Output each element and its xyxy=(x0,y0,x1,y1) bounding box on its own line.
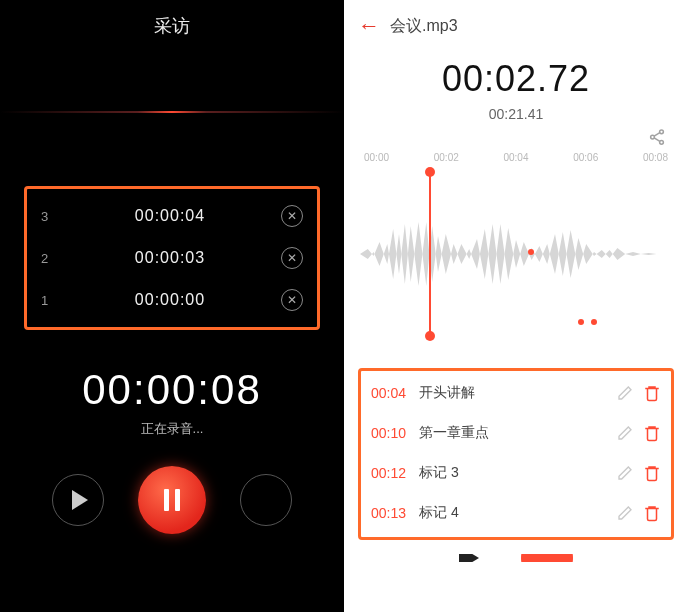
mark-row[interactable]: 1 00:00:00 ✕ xyxy=(27,279,317,321)
trash-icon[interactable] xyxy=(643,424,661,442)
segment-label: 标记 4 xyxy=(419,504,617,522)
mark-time: 00:00:00 xyxy=(59,291,281,309)
pencil-icon[interactable] xyxy=(617,425,633,441)
segment-row[interactable]: 00:13 标记 4 xyxy=(361,493,671,533)
trash-icon[interactable] xyxy=(643,384,661,402)
mark-row[interactable]: 3 00:00:04 ✕ xyxy=(27,195,317,237)
recording-waveform xyxy=(0,52,344,172)
tick-label: 00:04 xyxy=(503,152,528,163)
recorder-header: 采访 xyxy=(0,0,344,52)
pencil-icon[interactable] xyxy=(617,385,633,401)
playback-waveform[interactable]: 00:00 00:02 00:04 00:06 00:08 xyxy=(360,152,672,352)
tick-label: 00:08 xyxy=(643,152,668,163)
svg-point-0 xyxy=(660,130,664,134)
pause-icon xyxy=(164,489,180,511)
segment-label: 标记 3 xyxy=(419,464,617,482)
segment-row[interactable]: 00:10 第一章重点 xyxy=(361,413,671,453)
marks-list: 3 00:00:04 ✕ 2 00:00:03 ✕ 1 00:00:00 ✕ xyxy=(24,186,320,330)
segment-time: 00:13 xyxy=(371,505,419,521)
segment-row[interactable]: 00:04 开头讲解 xyxy=(361,373,671,413)
playhead[interactable] xyxy=(429,169,431,339)
share-icon[interactable] xyxy=(648,128,666,146)
recorder-screen: 采访 3 00:00:04 ✕ 2 00:00:03 ✕ 1 00:00:00 … xyxy=(0,0,344,612)
play-icon xyxy=(72,490,88,510)
svg-line-4 xyxy=(654,138,660,141)
mark-time: 00:00:04 xyxy=(59,207,281,225)
play-button[interactable] xyxy=(52,474,104,526)
pencil-icon[interactable] xyxy=(617,465,633,481)
segment-time: 00:10 xyxy=(371,425,419,441)
mark-row[interactable]: 2 00:00:03 ✕ xyxy=(27,237,317,279)
trash-icon[interactable] xyxy=(643,464,661,482)
marker-dot[interactable] xyxy=(591,319,597,325)
tick-label: 00:02 xyxy=(434,152,459,163)
mark-index: 1 xyxy=(41,293,59,308)
mark-index: 3 xyxy=(41,209,59,224)
segment-label: 开头讲解 xyxy=(419,384,617,402)
pencil-icon[interactable] xyxy=(617,505,633,521)
pause-record-button[interactable] xyxy=(138,466,206,534)
recording-timer: 00:00:08 xyxy=(0,366,344,414)
playback-screen: ← 会议.mp3 00:02.72 00:21.41 00:00 00:02 0… xyxy=(344,0,688,612)
segment-time: 00:04 xyxy=(371,385,419,401)
time-ticks: 00:00 00:02 00:04 00:06 00:08 xyxy=(360,152,672,163)
file-title: 会议.mp3 xyxy=(390,16,458,37)
segment-time: 00:12 xyxy=(371,465,419,481)
current-time: 00:02.72 xyxy=(344,58,688,100)
close-icon[interactable]: ✕ xyxy=(281,289,303,311)
close-icon[interactable]: ✕ xyxy=(281,247,303,269)
playback-controls xyxy=(344,554,688,562)
mark-time: 00:00:03 xyxy=(59,249,281,267)
tick-label: 00:00 xyxy=(364,152,389,163)
page-title: 采访 xyxy=(154,14,190,38)
recording-status: 正在录音... xyxy=(0,420,344,438)
close-icon[interactable]: ✕ xyxy=(281,205,303,227)
recorder-controls xyxy=(0,466,344,534)
waveform-line xyxy=(0,111,344,113)
svg-point-1 xyxy=(651,135,655,139)
stop-button[interactable] xyxy=(521,554,573,562)
secondary-button[interactable] xyxy=(240,474,292,526)
playback-header: ← 会议.mp3 xyxy=(344,0,688,52)
mark-index: 2 xyxy=(41,251,59,266)
segment-label: 第一章重点 xyxy=(419,424,617,442)
svg-point-2 xyxy=(660,140,664,144)
arrow-left-icon[interactable]: ← xyxy=(358,13,380,39)
tick-label: 00:06 xyxy=(573,152,598,163)
play-button[interactable] xyxy=(459,554,479,562)
trash-icon[interactable] xyxy=(643,504,661,522)
segment-row[interactable]: 00:12 标记 3 xyxy=(361,453,671,493)
total-time: 00:21.41 xyxy=(344,106,688,122)
waveform-graphic xyxy=(360,169,672,339)
svg-line-3 xyxy=(654,133,660,136)
segments-list: 00:04 开头讲解 00:10 第一章重点 00:12 标记 3 00:13 … xyxy=(358,368,674,540)
